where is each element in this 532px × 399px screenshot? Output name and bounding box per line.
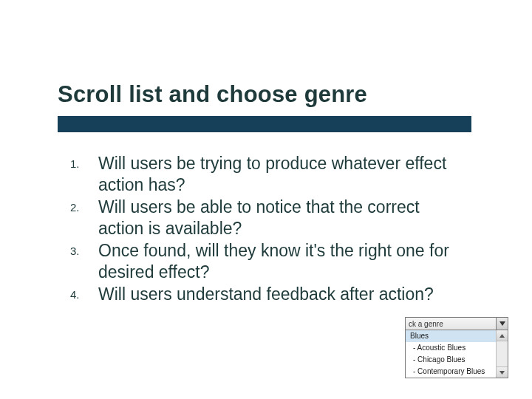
chevron-down-icon — [499, 321, 505, 326]
list-item: Will users be trying to produce whatever… — [70, 153, 462, 195]
dropdown-option[interactable]: - Chicago Blues — [406, 354, 496, 366]
dropdown-selected-row[interactable]: ck a genre — [405, 317, 508, 330]
scroll-track[interactable] — [497, 341, 508, 366]
slide-title: Scroll list and choose genre — [58, 81, 367, 108]
question-list: Will users be trying to produce whatever… — [70, 153, 462, 307]
list-item-text: Will users be able to notice that the co… — [98, 197, 420, 238]
dropdown-list: Blues - Acoustic Blues - Chicago Blues -… — [405, 330, 508, 378]
genre-dropdown: ck a genre Blues - Acoustic Blues - Chic… — [405, 317, 508, 378]
option-label: Blues — [410, 332, 429, 340]
dropdown-toggle-button[interactable] — [496, 318, 508, 330]
option-label: - Acoustic Blues — [413, 344, 466, 352]
option-label: - Chicago Blues — [413, 355, 466, 364]
scroll-up-button[interactable] — [497, 330, 508, 341]
dropdown-option[interactable]: - Contemporary Blues — [406, 366, 496, 378]
dropdown-option[interactable]: - Acoustic Blues — [406, 342, 496, 354]
list-item-text: Will users be trying to produce whatever… — [98, 154, 446, 194]
list-item-text: Will users understand feedback after act… — [98, 284, 434, 304]
option-label: - Contemporary Blues — [413, 367, 485, 375]
dropdown-option[interactable]: Blues — [406, 330, 496, 342]
chevron-down-icon — [499, 371, 505, 375]
dropdown-selected-label: ck a genre — [406, 320, 496, 328]
list-item: Will users be able to notice that the co… — [70, 197, 462, 239]
dropdown-options: Blues - Acoustic Blues - Chicago Blues -… — [406, 330, 496, 378]
title-underline-bar — [58, 116, 471, 132]
scroll-down-button[interactable] — [497, 366, 508, 378]
list-item: Once found, will they know it's the righ… — [70, 240, 462, 282]
list-item-text: Once found, will they know it's the righ… — [98, 241, 449, 282]
dropdown-scrollbar[interactable] — [496, 330, 508, 378]
chevron-up-icon — [499, 334, 505, 338]
slide: Scroll list and choose genre Will users … — [0, 0, 532, 399]
list-item: Will users understand feedback after act… — [70, 284, 462, 305]
